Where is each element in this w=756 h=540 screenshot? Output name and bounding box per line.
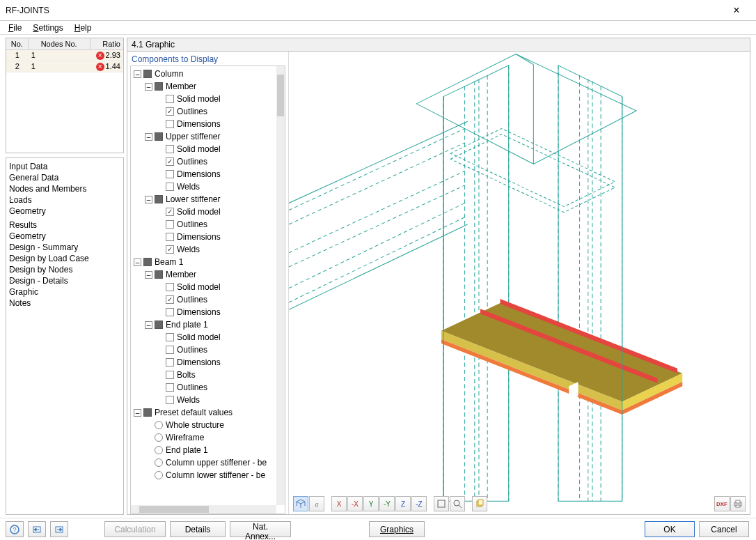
details-button[interactable]: Details bbox=[170, 521, 226, 537]
checkbox-icon[interactable] bbox=[166, 233, 174, 241]
checkbox-icon[interactable] bbox=[166, 283, 174, 291]
collapse-icon[interactable]: – bbox=[134, 70, 141, 78]
nav-design-loadcase[interactable]: Design by Load Case bbox=[8, 253, 122, 264]
nav-design-nodes[interactable]: Design by Nodes bbox=[8, 264, 122, 275]
collapse-icon[interactable]: – bbox=[145, 271, 152, 279]
collapse-icon[interactable]: – bbox=[145, 196, 152, 203]
horizontal-scrollbar[interactable] bbox=[131, 505, 276, 514]
nav-nodes-members[interactable]: Nodes and Members bbox=[8, 183, 122, 194]
tree-beam1-member[interactable]: –Member bbox=[131, 268, 276, 281]
tree-b1-mem-dims[interactable]: Dimensions bbox=[131, 306, 276, 318]
checkbox-icon[interactable] bbox=[155, 82, 163, 91]
scrollbar-thumb[interactable] bbox=[277, 75, 284, 116]
checkbox-icon[interactable] bbox=[166, 183, 174, 191]
tree-column[interactable]: –Column bbox=[131, 68, 276, 80]
collapse-icon[interactable]: – bbox=[145, 321, 152, 329]
checkbox-icon[interactable] bbox=[143, 258, 152, 266]
checkbox-icon[interactable] bbox=[166, 145, 174, 153]
radio-icon[interactable] bbox=[155, 471, 163, 479]
header-ratio[interactable]: Ratio bbox=[90, 38, 123, 49]
tree-ep1-dims[interactable]: Dimensions bbox=[131, 356, 276, 369]
tree-lower-welds[interactable]: Welds bbox=[131, 243, 276, 256]
tree-upper-solid[interactable]: Solid model bbox=[131, 143, 276, 155]
tree-preset-wire[interactable]: Wireframe bbox=[131, 431, 276, 444]
view-box-button[interactable] bbox=[434, 496, 449, 511]
menu-help[interactable]: Help bbox=[70, 22, 96, 33]
nav-geometry-res[interactable]: Geometry bbox=[8, 231, 122, 242]
collapse-icon[interactable]: – bbox=[134, 409, 141, 417]
checkbox-icon[interactable] bbox=[166, 107, 174, 116]
checkbox-icon[interactable] bbox=[166, 120, 174, 128]
tree-col-mem-dims[interactable]: Dimensions bbox=[131, 118, 276, 130]
view-x-button[interactable]: X bbox=[331, 496, 347, 511]
checkbox-icon[interactable] bbox=[155, 132, 163, 141]
radio-icon[interactable] bbox=[155, 433, 163, 442]
calculation-button[interactable]: Calculation bbox=[104, 521, 166, 537]
export-dxf-button[interactable]: DXF bbox=[714, 496, 730, 511]
vertical-scrollbar[interactable] bbox=[276, 66, 285, 505]
help-button[interactable]: ? bbox=[6, 521, 24, 537]
tree-ep1-outlines[interactable]: Outlines bbox=[131, 344, 276, 356]
checkbox-icon[interactable] bbox=[166, 396, 174, 404]
graphics-button[interactable]: Graphics bbox=[369, 521, 425, 537]
checkbox-icon[interactable] bbox=[166, 157, 174, 166]
checkbox-icon[interactable] bbox=[155, 321, 163, 329]
checkbox-icon[interactable] bbox=[166, 371, 174, 379]
checkbox-icon[interactable] bbox=[166, 245, 174, 254]
nav-design-summary[interactable]: Design - Summary bbox=[8, 242, 122, 253]
view-copy-button[interactable] bbox=[472, 496, 487, 511]
checkbox-icon[interactable] bbox=[155, 195, 163, 203]
tree-preset-cls[interactable]: Column lower stiffener - be bbox=[131, 469, 276, 481]
view-z-button[interactable]: Z bbox=[395, 496, 411, 511]
checkbox-icon[interactable] bbox=[166, 308, 174, 316]
tree-ep1-solid[interactable]: Solid model bbox=[131, 331, 276, 344]
tree-lower-dims[interactable]: Dimensions bbox=[131, 231, 276, 243]
checkbox-icon[interactable] bbox=[143, 408, 152, 417]
nav-geometry-in[interactable]: Geometry bbox=[8, 206, 122, 217]
tree-lower-stiffener[interactable]: –Lower stiffener bbox=[131, 193, 276, 206]
print-button[interactable] bbox=[730, 496, 746, 511]
tree-upper-stiffener[interactable]: –Upper stiffener bbox=[131, 130, 276, 143]
collapse-icon[interactable]: – bbox=[145, 133, 152, 141]
header-nodes[interactable]: Nodes No. bbox=[29, 38, 90, 49]
view-zoom-button[interactable] bbox=[450, 496, 465, 511]
nav-notes[interactable]: Notes bbox=[8, 298, 122, 309]
window-close-button[interactable]: × bbox=[723, 4, 750, 17]
nat-annex-button[interactable]: Nat. Annex... bbox=[230, 521, 291, 537]
nav-loads[interactable]: Loads bbox=[8, 194, 122, 206]
cancel-button[interactable]: Cancel bbox=[699, 521, 749, 537]
checkbox-icon[interactable] bbox=[166, 170, 174, 178]
tree-upper-dims[interactable]: Dimensions bbox=[131, 168, 276, 180]
checkbox-icon[interactable] bbox=[166, 208, 174, 216]
radio-icon[interactable] bbox=[155, 458, 163, 467]
menu-file[interactable]: File bbox=[4, 22, 26, 33]
tree-ep1-bolts[interactable]: Bolts bbox=[131, 369, 276, 381]
menu-settings[interactable]: Settings bbox=[29, 22, 67, 33]
prev-button[interactable] bbox=[28, 521, 46, 537]
tree-column-member[interactable]: –Member bbox=[131, 80, 276, 93]
checkbox-icon[interactable] bbox=[166, 383, 174, 392]
tree-preset-ep1[interactable]: End plate 1 bbox=[131, 444, 276, 456]
radio-icon[interactable] bbox=[155, 421, 163, 429]
nav-design-details[interactable]: Design - Details bbox=[8, 275, 122, 286]
results-row[interactable]: 2 1 ×1.44 bbox=[6, 61, 123, 72]
view-ym-button[interactable]: -Y bbox=[379, 496, 395, 511]
3d-viewport[interactable]: a X -X Y -Y Z -Z DXF bbox=[289, 52, 750, 514]
view-xm-button[interactable]: -X bbox=[347, 496, 363, 511]
checkbox-icon[interactable] bbox=[155, 270, 163, 279]
checkbox-icon[interactable] bbox=[143, 70, 152, 78]
tree-ep1-welds[interactable]: Welds bbox=[131, 394, 276, 406]
tree-preset-cus[interactable]: Column upper stiffener - be bbox=[131, 456, 276, 469]
checkbox-icon[interactable] bbox=[166, 95, 174, 103]
tree-upper-outlines[interactable]: Outlines bbox=[131, 155, 276, 168]
tree-col-mem-solid[interactable]: Solid model bbox=[131, 93, 276, 105]
tree-b1-mem-outlines[interactable]: Outlines bbox=[131, 293, 276, 306]
radio-icon[interactable] bbox=[155, 446, 163, 454]
checkbox-icon[interactable] bbox=[166, 333, 174, 341]
checkbox-icon[interactable] bbox=[166, 346, 174, 354]
tree-b1-mem-solid[interactable]: Solid model bbox=[131, 281, 276, 293]
checkbox-icon[interactable] bbox=[166, 358, 174, 367]
tree-ep1-outlines2[interactable]: Outlines bbox=[131, 381, 276, 394]
view-text-button[interactable]: a bbox=[309, 496, 324, 511]
nav-input-data[interactable]: Input Data bbox=[8, 161, 122, 172]
